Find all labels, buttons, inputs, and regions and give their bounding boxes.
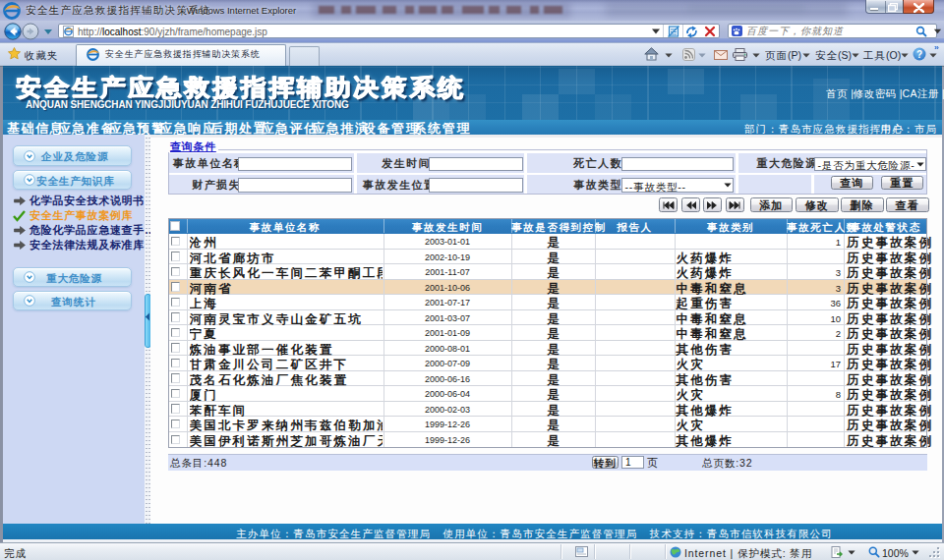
svg-text:?: ? xyxy=(916,49,922,60)
